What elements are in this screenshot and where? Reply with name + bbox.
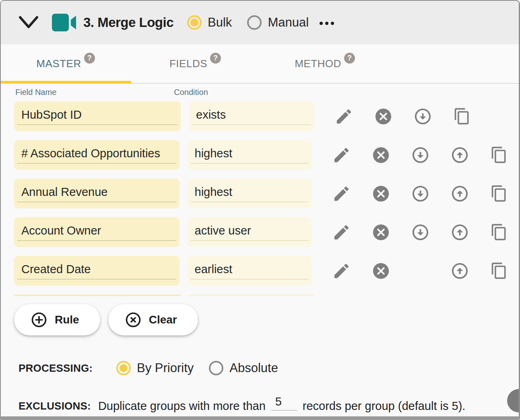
field-name-value: # Associated Opportunities — [21, 147, 160, 160]
field-name-input[interactable]: # Associated Opportunities — [14, 140, 180, 170]
merge-logic-panel: 3. Merge Logic Bulk Manual MASTER ? — [0, 0, 520, 420]
tab-method-label: METHOD — [295, 58, 341, 70]
condition-value: active user — [195, 224, 251, 237]
tab-bar: MASTER ? FIELDS ? METHOD ? — [1, 44, 519, 84]
copy-icon[interactable] — [479, 140, 519, 170]
delete-icon[interactable] — [361, 140, 400, 170]
move-down-icon[interactable] — [400, 179, 440, 208]
condition-input[interactable]: exists — [189, 101, 314, 131]
add-rule-button[interactable]: Rule — [14, 304, 100, 336]
manual-radio-label: Manual — [268, 15, 309, 30]
manual-radio-icon[interactable] — [247, 15, 262, 30]
bulk-radio-icon[interactable] — [187, 15, 202, 30]
delete-icon[interactable] — [361, 217, 400, 247]
field-name-input[interactable]: Created Date — [14, 256, 180, 286]
add-circle-icon — [30, 311, 48, 329]
bulk-radio-label: Bulk — [208, 15, 232, 30]
absolute-radio-label: Absolute — [229, 361, 278, 375]
exclusions-count-input[interactable]: 5 — [271, 395, 297, 411]
field-name-value: Account Owner — [21, 224, 101, 237]
edit-icon[interactable] — [322, 140, 361, 170]
edit-icon[interactable] — [324, 101, 363, 131]
edit-icon[interactable] — [322, 217, 361, 247]
add-rule-label: Rule — [55, 313, 79, 326]
column-headers: Field Name Condition — [15, 88, 519, 98]
rule-row: Annual Revenue highest — [14, 179, 519, 208]
row-actions — [322, 217, 519, 247]
field-name-input[interactable]: Account Owner — [14, 217, 180, 247]
exclusions-section: EXCLUSIONS: Duplicate groups with more t… — [19, 394, 519, 418]
processing-label: PROCESSING: — [19, 362, 116, 375]
condition-value: highest — [195, 185, 233, 199]
clear-rules-button[interactable]: Clear — [108, 304, 198, 336]
row-actions — [322, 179, 519, 208]
copy-icon[interactable] — [479, 179, 519, 208]
copy-icon[interactable] — [479, 217, 519, 247]
condition-value: highest — [195, 147, 233, 160]
field-name-input[interactable]: HubSpot ID — [14, 101, 181, 131]
rule-row: HubSpot ID exists — [14, 101, 519, 131]
header: 3. Merge Logic Bulk Manual — [1, 1, 519, 44]
chevron-down-icon — [19, 16, 38, 29]
partially-visible-next-row — [14, 294, 519, 296]
manual-radio-option[interactable]: Manual — [247, 15, 309, 30]
videocam-icon[interactable] — [52, 13, 77, 32]
absolute-radio-option[interactable]: Absolute — [209, 361, 278, 375]
row-actions — [322, 256, 519, 286]
by-priority-radio-option[interactable]: By Priority — [116, 361, 194, 375]
row-actions — [322, 140, 519, 170]
delete-icon[interactable] — [363, 101, 403, 131]
more-horizontal-icon — [319, 21, 334, 25]
condition-value: exists — [196, 108, 226, 121]
tab-fields-label: FIELDS — [169, 58, 207, 70]
help-icon[interactable]: ? — [84, 53, 95, 64]
rule-actions: Rule Clear — [14, 304, 519, 336]
condition-value: earliest — [195, 263, 233, 276]
rule-row: Created Date earliest — [14, 256, 519, 286]
bulk-radio-option[interactable]: Bulk — [187, 15, 232, 30]
move-up-icon[interactable] — [440, 140, 479, 170]
tab-method[interactable]: METHOD ? — [260, 44, 390, 83]
absolute-radio-icon[interactable] — [209, 361, 223, 375]
condition-input[interactable]: earliest — [188, 256, 312, 286]
field-name-value: Created Date — [21, 263, 91, 276]
panel-title: 3. Merge Logic — [83, 15, 173, 30]
condition-column-header: Condition — [174, 88, 208, 98]
move-down-icon[interactable] — [400, 217, 440, 247]
move-up-icon[interactable] — [440, 256, 479, 286]
help-icon[interactable]: ? — [210, 53, 221, 64]
rule-row: Account Owner active user — [14, 217, 519, 247]
field-name-input[interactable]: Annual Revenue — [14, 179, 180, 208]
condition-input[interactable]: active user — [188, 217, 312, 247]
by-priority-radio-label: By Priority — [137, 361, 194, 375]
edit-icon[interactable] — [322, 256, 361, 286]
field-name-column-header: Field Name — [15, 88, 56, 98]
move-down-icon[interactable] — [400, 140, 440, 170]
exclusions-text-before: Duplicate groups with more than — [98, 399, 266, 413]
collapse-button[interactable] — [19, 16, 38, 29]
condition-input[interactable]: highest — [188, 179, 312, 208]
tab-master-label: MASTER — [36, 58, 81, 70]
move-up-icon[interactable] — [440, 217, 479, 247]
field-name-value: HubSpot ID — [21, 108, 82, 121]
more-menu-button[interactable] — [319, 20, 334, 25]
mode-radio-group: Bulk Manual — [187, 15, 309, 30]
move-up-icon[interactable] — [440, 179, 479, 208]
master-tab-content: Field Name Condition HubSpot ID exists #… — [1, 84, 519, 418]
condition-input[interactable]: highest — [188, 140, 312, 170]
icon-placeholder — [400, 256, 440, 286]
move-down-icon[interactable] — [403, 101, 442, 131]
clear-rules-label: Clear — [149, 313, 177, 326]
copy-icon[interactable] — [442, 101, 482, 131]
copy-icon[interactable] — [479, 256, 519, 286]
help-icon[interactable]: ? — [344, 53, 355, 64]
edit-icon[interactable] — [322, 179, 361, 208]
row-actions — [324, 101, 482, 131]
exclusions-label: EXCLUSIONS: — [19, 400, 91, 412]
delete-icon[interactable] — [361, 179, 400, 208]
active-tab-indicator — [1, 81, 131, 84]
delete-icon[interactable] — [361, 256, 400, 286]
tab-fields[interactable]: FIELDS ? — [130, 44, 260, 83]
by-priority-radio-icon[interactable] — [116, 361, 131, 375]
tab-master[interactable]: MASTER ? — [1, 44, 130, 83]
